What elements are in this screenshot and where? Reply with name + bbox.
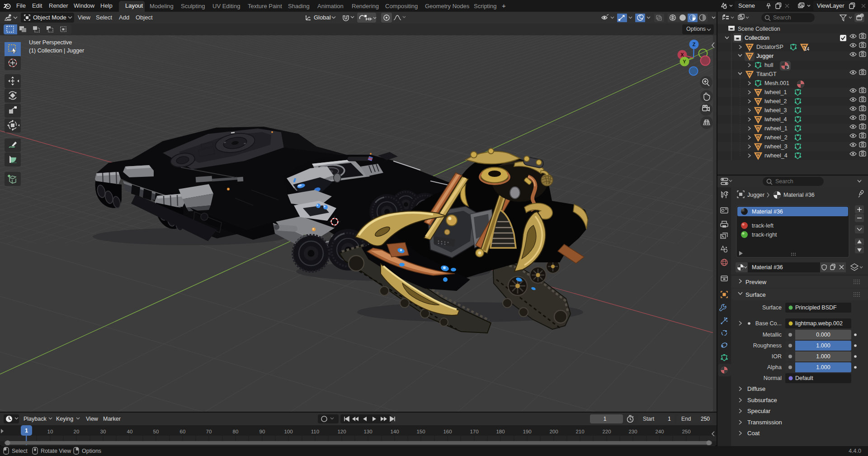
svg-text:Playback: Playback: [24, 416, 47, 422]
svg-text:1.000: 1.000: [816, 364, 830, 370]
svg-text:Collection: Collection: [745, 35, 769, 41]
svg-text:110: 110: [311, 429, 319, 434]
svg-text:rwheel_4: rwheel_4: [764, 152, 788, 159]
svg-text:Z: Z: [693, 42, 696, 47]
svg-text:Material #36: Material #36: [783, 192, 815, 198]
svg-text:220: 220: [602, 429, 611, 434]
svg-text:Alpha: Alpha: [767, 364, 782, 370]
svg-text:240: 240: [655, 429, 664, 434]
svg-text:200: 200: [549, 429, 558, 434]
svg-text:30: 30: [100, 429, 106, 434]
svg-text:Marker: Marker: [103, 416, 121, 422]
svg-text:TitanGT: TitanGT: [756, 71, 777, 77]
svg-text:DictatorSP: DictatorSP: [756, 44, 783, 50]
svg-text:Transmission: Transmission: [747, 419, 782, 426]
svg-text:Mesh.001: Mesh.001: [764, 80, 789, 86]
svg-text:Keying: Keying: [56, 416, 73, 422]
svg-text:Subsurface: Subsurface: [747, 397, 777, 404]
svg-text:60: 60: [180, 429, 186, 434]
svg-text:Options: Options: [82, 448, 101, 454]
svg-text:180: 180: [496, 429, 505, 434]
svg-text:4.4.0: 4.4.0: [849, 448, 861, 454]
svg-text:(1) Collection | Jugger: (1) Collection | Jugger: [29, 48, 84, 54]
svg-text:Preview: Preview: [745, 279, 767, 285]
svg-text:100: 100: [284, 429, 292, 434]
svg-text:End: End: [681, 416, 691, 422]
svg-text:1.000: 1.000: [816, 353, 830, 360]
svg-text:Y: Y: [683, 59, 686, 64]
svg-text:Search: Search: [775, 178, 793, 185]
svg-text:View: View: [86, 416, 99, 422]
svg-text:lwheel_1: lwheel_1: [764, 89, 787, 95]
svg-text:Principled BSDF: Principled BSDF: [795, 304, 837, 311]
svg-text:track-left: track-left: [752, 223, 774, 229]
svg-text:Select: Select: [12, 448, 28, 454]
svg-text:Roughness: Roughness: [753, 342, 782, 349]
svg-text:Normal: Normal: [764, 375, 782, 381]
svg-text:170: 170: [470, 429, 478, 434]
svg-text:Surface: Surface: [745, 291, 766, 298]
svg-text:IOR: IOR: [772, 353, 782, 360]
svg-text:Material #36: Material #36: [752, 264, 783, 271]
svg-text:1: 1: [25, 428, 28, 434]
svg-text:lightmap.webp.002: lightmap.webp.002: [795, 320, 843, 327]
svg-text:Default: Default: [795, 375, 813, 381]
svg-text:track-right: track-right: [752, 232, 777, 238]
svg-text:rwheel_1: rwheel_1: [764, 125, 788, 132]
svg-text:3: 3: [787, 65, 789, 70]
svg-text:10: 10: [47, 429, 53, 434]
svg-text:rwheel_3: rwheel_3: [764, 143, 788, 150]
svg-text:Coat: Coat: [747, 430, 760, 437]
svg-text:50: 50: [153, 429, 159, 434]
svg-text:Search: Search: [773, 14, 791, 21]
svg-text:0.000: 0.000: [816, 332, 830, 338]
svg-text:Surface: Surface: [762, 304, 782, 311]
svg-text:rwheel_2: rwheel_2: [764, 134, 788, 141]
svg-text:lwheel_2: lwheel_2: [764, 98, 787, 104]
svg-text:150: 150: [416, 429, 425, 434]
svg-text:1: 1: [668, 416, 671, 422]
svg-text:190: 190: [523, 429, 531, 434]
svg-text:130: 130: [363, 429, 372, 434]
svg-text:Jugger: Jugger: [756, 53, 774, 59]
svg-text:hull: hull: [764, 62, 773, 68]
svg-text:Rotate View: Rotate View: [41, 448, 71, 454]
svg-text:Metallic: Metallic: [763, 332, 782, 338]
svg-text:140: 140: [390, 429, 399, 434]
svg-text:20: 20: [74, 429, 80, 434]
svg-text:1.000: 1.000: [816, 342, 830, 349]
svg-text:80: 80: [233, 429, 239, 434]
svg-text:User Perspective: User Perspective: [29, 39, 72, 46]
svg-text:Jugger: Jugger: [747, 192, 764, 198]
svg-text:230: 230: [628, 429, 637, 434]
svg-text:160: 160: [443, 429, 452, 434]
svg-text:lwheel_4: lwheel_4: [764, 116, 787, 123]
svg-text:250: 250: [682, 429, 690, 434]
svg-text:lwheel_3: lwheel_3: [764, 107, 787, 114]
svg-text:250: 250: [701, 416, 710, 422]
svg-text:1: 1: [604, 416, 607, 422]
svg-text:40: 40: [127, 429, 133, 434]
svg-text:X: X: [680, 52, 684, 57]
svg-text:Scene Collection: Scene Collection: [738, 26, 780, 32]
svg-text:Specular: Specular: [747, 408, 771, 414]
svg-text:70: 70: [206, 429, 212, 434]
svg-text:210: 210: [576, 429, 584, 434]
svg-text:14: 14: [804, 47, 810, 52]
svg-text:Diffuse: Diffuse: [747, 385, 765, 392]
svg-text:Base Co...: Base Co...: [755, 320, 782, 327]
svg-text:Start: Start: [643, 416, 655, 422]
svg-text:Material #36: Material #36: [752, 209, 783, 215]
svg-text:120: 120: [337, 429, 346, 434]
svg-text:90: 90: [259, 429, 265, 434]
